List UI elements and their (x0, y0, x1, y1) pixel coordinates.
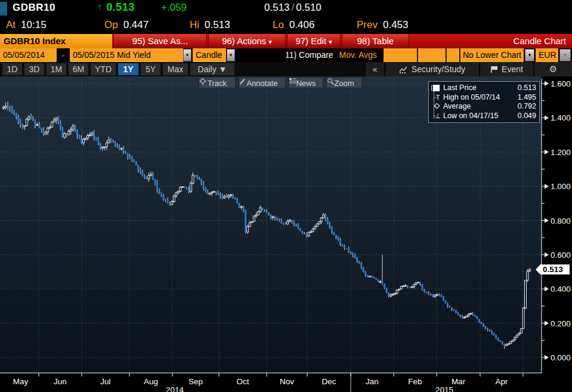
menu-button-97[interactable]: 97) Edit▾ (287, 34, 341, 48)
quote-field-lo: Lo0.406 (273, 19, 314, 31)
low-marker-icon: ⊥ (434, 112, 442, 120)
empty-field-3[interactable] (446, 48, 459, 62)
zoom-button[interactable]: Zoom (326, 77, 362, 88)
tab-range-ytd[interactable]: YTD (91, 63, 116, 75)
legend-label: Last Price (443, 84, 477, 92)
quote-stats-row: At10:15Op0.447Hi0.513Lo0.406Prev0.453 (0, 17, 572, 34)
legend-item-low: ⊥Low on 04/17/150.049 (443, 112, 536, 121)
quote-value: 10:15 (21, 19, 47, 30)
interval-selector[interactable]: Daily ▼ (190, 63, 234, 75)
svg-text:May: May (13, 377, 29, 386)
legend-item-square: Last Price0.513 (443, 84, 536, 92)
svg-text:1.400: 1.400 (551, 113, 571, 122)
chart-panel: 0.0000.2000.4000.6000.8001.0001.2001.400… (0, 76, 572, 392)
svg-text:0.000: 0.000 (551, 353, 571, 362)
legend-item-average: Average0.792 (443, 102, 536, 111)
security-study-button[interactable]: Security/Study (385, 62, 479, 76)
news-list-icon (289, 78, 296, 84)
average-marker-icon (434, 103, 440, 109)
tab-range-5y[interactable]: 5Y (141, 63, 160, 75)
currency-dropdown-icon[interactable]: ▼ (559, 49, 571, 61)
svg-text:Sep: Sep (188, 377, 203, 386)
menu-button-95[interactable]: 95) Save As... (113, 34, 207, 48)
compare-control[interactable]: 11) Compare Mov. Avgs (285, 48, 377, 62)
quote-label: Lo (273, 19, 284, 30)
bid-ask: 0.513/0.510 (264, 2, 321, 14)
security-color-block (0, 2, 7, 16)
last-price-tag-value: 0.513 (543, 265, 563, 274)
tab-range-max[interactable]: Max (163, 63, 188, 75)
svg-text:Jan: Jan (366, 377, 379, 386)
date-to-field[interactable]: 05/05/2015 Mid Yield (70, 48, 183, 62)
event-button[interactable]: Event (480, 62, 533, 76)
quote-value: 0.453 (383, 19, 409, 30)
date-from-field[interactable]: 05/05/2014 (0, 48, 57, 62)
chart-style-dropdown-icon[interactable]: ▼ (227, 49, 235, 61)
empty-field-2[interactable] (418, 48, 446, 62)
news-button[interactable]: News (289, 77, 323, 88)
svg-text:1.000: 1.000 (551, 182, 571, 191)
ticker-symbol: GDBR10 (13, 2, 55, 14)
quote-label: Prev (357, 19, 378, 30)
tab-range-1m[interactable]: 1M (47, 63, 66, 75)
svg-text:0.800: 0.800 (551, 217, 571, 226)
chart-settings-button[interactable]: ⚙ (534, 62, 572, 76)
field-bar: 05/05/2014 - 05/05/2015 Mid Yield ▼ Cand… (0, 48, 572, 62)
legend-label: Average (443, 102, 471, 110)
date-to-dropdown-icon[interactable]: ▼ (183, 49, 191, 61)
quote-label: At (6, 19, 16, 30)
legend-value: 0.049 (518, 112, 536, 121)
legend-value: 0.792 (518, 102, 536, 111)
quote-field-hi: Hi0.513 (190, 19, 230, 31)
lower-chart-field[interactable]: No Lower Chart (460, 48, 524, 62)
price-change: +.059 (161, 2, 187, 14)
svg-text:Aug: Aug (144, 377, 158, 386)
tab-range-1y[interactable]: 1Y (118, 63, 138, 75)
currency-field[interactable]: EUR (536, 48, 558, 62)
quote-header: GDBR10 ↑ 0.513 +.059 0.513/0.510 (0, 0, 572, 17)
dropdown-arrow-icon: ▾ (329, 38, 332, 45)
compare-label[interactable]: 11) Compare (285, 50, 333, 60)
track-crosshair-icon (199, 78, 206, 85)
pencil-icon (239, 78, 246, 85)
bid-ask-separator: / (290, 2, 296, 13)
dropdown-arrow-icon: ▾ (268, 38, 272, 45)
bloomberg-terminal-window: GDBR10 ↑ 0.513 +.059 0.513/0.510 At10:15… (0, 0, 572, 392)
quote-field-op: Op0.447 (104, 19, 149, 31)
svg-text:Oct: Oct (236, 377, 249, 386)
collapse-toolbar-button[interactable]: « (365, 62, 384, 76)
last-price-marker-icon (433, 85, 440, 91)
annotate-button[interactable]: Annotate (239, 77, 286, 88)
quote-value: 0.406 (289, 19, 315, 30)
svg-text:Nov: Nov (280, 377, 294, 386)
magnifier-icon (327, 78, 334, 85)
quote-value: 0.447 (123, 19, 149, 30)
tab-range-1d[interactable]: 1D (2, 63, 22, 75)
menu-button-98[interactable]: 98) Table (342, 34, 409, 48)
lower-chart-dropdown-icon[interactable]: ▼ (525, 49, 534, 61)
last-price: 0.513 (106, 1, 135, 14)
chart-legend[interactable]: Last Price0.513THigh on 05/07/141.495Ave… (428, 81, 540, 123)
security-tab[interactable]: GDBR10 Index (0, 34, 112, 48)
legend-item-high: THigh on 05/07/141.495 (443, 93, 536, 102)
date-range-dash: - (57, 48, 69, 62)
tab-range-6m[interactable]: 6M (69, 63, 88, 75)
menu-button-96[interactable]: 96) Actions▾ (208, 34, 286, 48)
chart-style-field[interactable]: Candle (193, 48, 226, 62)
svg-text:0.200: 0.200 (551, 319, 571, 328)
candle-chart[interactable]: 0.0000.2000.4000.6000.8001.0001.2001.400… (0, 76, 572, 392)
track-button[interactable]: Track (199, 77, 236, 88)
quote-field-prev: Prev0.453 (357, 19, 409, 31)
svg-text:Jun: Jun (54, 377, 67, 386)
gear-icon: ⚙ (549, 64, 557, 74)
svg-text:0.600: 0.600 (551, 251, 571, 260)
quote-label: Hi (190, 19, 199, 30)
tab-range-3d[interactable]: 3D (24, 63, 44, 75)
chart-study-icon (399, 66, 408, 73)
compare-value[interactable]: Mov. Avgs (339, 50, 377, 60)
svg-text:Jul: Jul (100, 377, 110, 386)
legend-value: 1.495 (518, 93, 536, 102)
empty-field-1[interactable] (384, 48, 417, 62)
price-up-arrow-icon: ↑ (97, 2, 102, 13)
quote-value: 0.513 (205, 19, 230, 30)
